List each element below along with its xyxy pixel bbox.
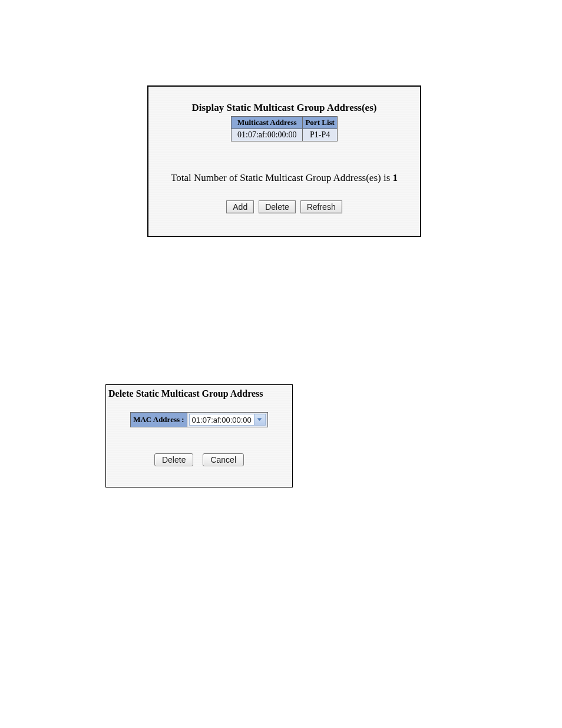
total-count: 1 [393,172,398,183]
mac-address-label: MAC Address : [131,413,187,427]
total-prefix: Total Number of Static Multicast Group A… [171,172,393,183]
button-row: Add Delete Refresh [148,200,420,213]
header-portlist: Port List [303,117,337,129]
panel-title: Display Static Multicast Group Address(e… [148,102,420,114]
delete-button[interactable]: Delete [154,453,193,466]
cell-portlist: P1-P4 [303,129,337,141]
delete-multicast-panel: Delete Static Multicast Group Address MA… [105,384,293,487]
form-row: MAC Address : 01:07:af:00:00:00 [106,412,292,427]
total-count-line: Total Number of Static Multicast Group A… [148,172,420,184]
cell-address: 01:07:af:00:00:00 [232,129,303,141]
delete-button[interactable]: Delete [259,200,295,213]
mac-address-selected: 01:07:af:00:00:00 [190,416,254,424]
cancel-button[interactable]: Cancel [203,453,244,466]
display-multicast-panel: Display Static Multicast Group Address(e… [147,85,421,237]
chevron-down-icon [254,414,265,425]
refresh-button[interactable]: Refresh [300,200,342,213]
mac-address-select[interactable]: 01:07:af:00:00:00 [189,414,266,426]
mac-address-cell: 01:07:af:00:00:00 [187,413,267,427]
add-button[interactable]: Add [226,200,254,213]
table-header-row: Multicast Address Port List [232,117,338,129]
mac-address-form: MAC Address : 01:07:af:00:00:00 [130,412,268,427]
panel-title: Delete Static Multicast Group Address [106,385,292,399]
header-address: Multicast Address [232,117,303,129]
button-row: Delete Cancel [106,453,292,466]
multicast-address-table: Multicast Address Port List 01:07:af:00:… [231,116,338,141]
table-row: 01:07:af:00:00:00 P1-P4 [232,129,338,141]
